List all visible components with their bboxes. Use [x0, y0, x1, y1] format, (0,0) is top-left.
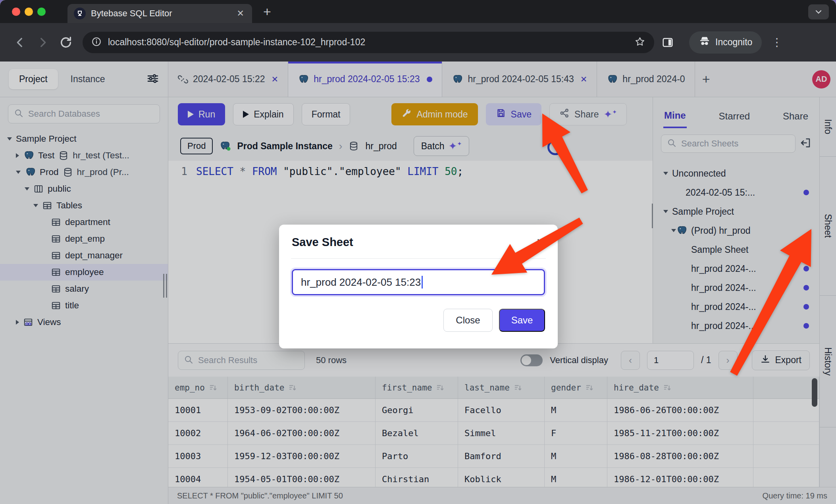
tree-item-test[interactable]: Testhr_test (Test...	[0, 147, 168, 164]
sheet-name-input[interactable]: hr_prod 2024-02-05 15:23	[292, 269, 545, 295]
sidebar-resize-handle[interactable]	[163, 274, 167, 298]
sheet-item-hr-prod-2024-[interactable]: hr_prod 2024-...	[653, 259, 819, 278]
table-cell[interactable]: 1954-05-01T00:00:00Z	[228, 468, 376, 487]
dialog-close-icon[interactable]: ✕	[536, 236, 545, 249]
table-cell[interactable]: Parto	[376, 445, 458, 468]
forward-icon[interactable]	[33, 33, 52, 52]
window-close-button[interactable]	[12, 8, 20, 16]
table-cell[interactable]: 10003	[168, 445, 228, 468]
side-panel-icon[interactable]	[658, 33, 677, 52]
tab-mine[interactable]: Mine	[663, 101, 687, 128]
tree-item-prod[interactable]: Prodhr_prod (Pr...	[0, 164, 168, 181]
tab-history[interactable]: History	[820, 296, 836, 427]
run-button[interactable]: Run	[178, 103, 225, 125]
dialog-save-button[interactable]: Save	[499, 309, 545, 332]
explain-button[interactable]: Explain	[233, 103, 293, 125]
table-cell[interactable]: Bamford	[458, 445, 545, 468]
table-cell[interactable]: F	[545, 422, 607, 445]
tab-search-chevron-button[interactable]	[808, 4, 829, 19]
tab-share[interactable]: Share	[782, 102, 809, 127]
table-cell[interactable]: Georgi	[376, 399, 458, 422]
new-query-tab-button[interactable]: +	[695, 71, 717, 87]
format-button[interactable]: Format	[302, 103, 351, 125]
sheet-menu-icon[interactable]: •••	[797, 244, 809, 255]
browser-tab[interactable]: Bytebase SQL Editor ✕	[67, 4, 252, 23]
admin-mode-button[interactable]: Admin mode	[391, 103, 478, 125]
table-cell[interactable]: 1986-12-01T00:00:00Z	[607, 468, 753, 487]
next-page-button[interactable]: ›	[718, 351, 738, 370]
table-cell[interactable]: Bezalel	[376, 422, 458, 445]
sheet-item-hr-prod-2024-[interactable]: hr_prod 2024-...	[653, 278, 819, 297]
table-cell[interactable]: 1986-08-28T00:00:00Z	[607, 445, 753, 468]
sheet-item-2024-02-05-15-[interactable]: 2024-02-05 15:...	[653, 183, 819, 202]
caret-down-icon[interactable]	[33, 204, 38, 207]
table-cell[interactable]: M	[545, 468, 607, 487]
table-cell[interactable]: Koblick	[458, 468, 545, 487]
table-cell[interactable]: 10004	[168, 468, 228, 487]
caret-down-icon[interactable]	[671, 229, 676, 232]
tab-project[interactable]: Project	[9, 69, 58, 89]
table-cell[interactable]: 1959-12-03T00:00:00Z	[228, 445, 376, 468]
table-cell[interactable]: 1964-06-02T00:00:00Z	[228, 422, 376, 445]
sheet-item-hr-prod-2024-[interactable]: hr_prod 2024-...	[653, 297, 819, 316]
sheet-item-sample-sheet[interactable]: Sample Sheet•••	[653, 240, 819, 259]
tab-starred[interactable]: Starred	[718, 102, 751, 127]
environment-chip[interactable]: Prod	[180, 138, 213, 154]
column-header-last_name[interactable]: last_name	[458, 377, 545, 399]
sheet-item--prod-hr-prod[interactable]: (Prod) hr_prod	[653, 221, 819, 240]
tab-sheet[interactable]: Sheet	[820, 157, 836, 296]
tab-info[interactable]: Info	[820, 97, 836, 157]
caret-down-icon[interactable]	[25, 187, 29, 190]
tree-item-salary[interactable]: salary	[0, 281, 168, 297]
instance-name[interactable]: Prod Sample Instance	[237, 141, 332, 152]
table-cell[interactable]: Simmel	[458, 422, 545, 445]
dialog-close-button[interactable]: Close	[443, 309, 493, 332]
editor-tab-4[interactable]: hr_prod 2024-0	[597, 62, 695, 97]
table-cell[interactable]: 10001	[168, 399, 228, 422]
caret-right-icon[interactable]	[16, 320, 19, 325]
tree-item-views[interactable]: Views	[0, 314, 168, 331]
column-header-hire_date[interactable]: hire_date	[607, 377, 753, 399]
window-minimize-button[interactable]	[25, 8, 33, 16]
site-info-icon[interactable]	[91, 37, 102, 48]
sheet-item-hr-prod-2024-[interactable]: hr_prod 2024-...	[653, 316, 819, 335]
tree-item-sample-project[interactable]: Sample Project	[0, 131, 168, 147]
column-header-birth_date[interactable]: birth_date	[228, 377, 376, 399]
table-cell[interactable]: 1953-09-02T00:00:00Z	[228, 399, 376, 422]
tree-item-department[interactable]: department	[0, 214, 168, 231]
column-header-first_name[interactable]: first_name	[376, 377, 458, 399]
tree-item-dept-emp[interactable]: dept_emp	[0, 231, 168, 247]
sheet-item-sample-project[interactable]: Sample Project	[653, 202, 819, 221]
editor-tab-2[interactable]: hr_prod 2024-02-05 15:23	[288, 62, 442, 97]
table-cell[interactable]: 1985-11-21T00:00:00Z	[607, 422, 753, 445]
vertical-display-toggle[interactable]	[520, 354, 543, 366]
batch-button[interactable]: Batch ✦✦	[414, 136, 469, 156]
caret-down-icon[interactable]	[7, 137, 12, 140]
filter-sliders-icon[interactable]	[146, 72, 159, 87]
new-browser-tab-button[interactable]: +	[263, 5, 271, 18]
save-button[interactable]: Save	[486, 103, 541, 125]
close-tab-icon[interactable]: ✕	[272, 75, 279, 84]
table-cell[interactable]: 1986-06-26T00:00:00Z	[607, 399, 753, 422]
reload-icon[interactable]	[56, 33, 75, 52]
tree-item-dept-manager[interactable]: dept_manager	[0, 247, 168, 264]
ai-assistant-ring-icon[interactable]	[547, 139, 563, 155]
table-cell[interactable]: 10002	[168, 422, 228, 445]
sheet-panel-resize-handle[interactable]	[652, 204, 653, 228]
tab-instance[interactable]: Instance	[60, 69, 116, 89]
bookmark-star-icon[interactable]	[634, 36, 645, 49]
tree-item-tables[interactable]: Tables	[0, 197, 168, 214]
prev-page-button[interactable]: ‹	[621, 351, 640, 370]
browser-tab-close-icon[interactable]: ✕	[235, 8, 246, 19]
tree-item-employee[interactable]: employee	[0, 264, 168, 281]
column-header-gender[interactable]: gender	[545, 377, 607, 399]
caret-down-icon[interactable]	[663, 172, 668, 175]
editor-tab-1[interactable]: 2024-02-05 15:22✕	[168, 62, 288, 97]
table-cell[interactable]: Chirstian	[376, 468, 458, 487]
column-header-emp_no[interactable]: emp_no	[168, 377, 228, 399]
results-search-input[interactable]	[198, 355, 299, 365]
table-cell[interactable]: M	[545, 399, 607, 422]
window-zoom-button[interactable]	[37, 8, 46, 16]
caret-right-icon[interactable]	[16, 153, 19, 158]
table-cell[interactable]: M	[545, 445, 607, 468]
